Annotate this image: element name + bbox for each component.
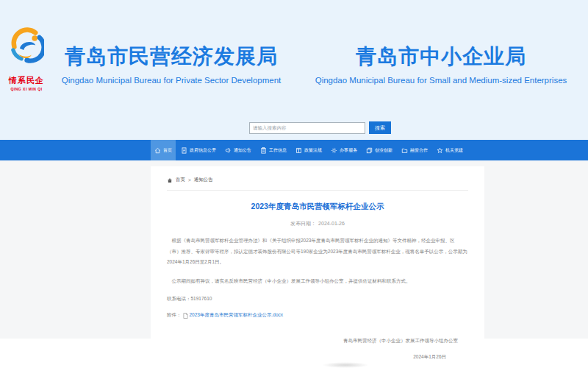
article-signature-date: 2024年1月26日 xyxy=(167,354,468,361)
logo-subtitle: QING XI MIN QI xyxy=(6,87,47,91)
megaphone-icon xyxy=(225,147,232,154)
folder-icon xyxy=(401,147,408,154)
search-input[interactable] xyxy=(249,122,365,134)
search-bar: 搜索 xyxy=(249,121,391,134)
bureau1-name-cn: 青岛市民营经济发展局 xyxy=(53,44,290,69)
nav-item-home[interactable]: 首页 xyxy=(151,140,176,160)
clipboard-icon xyxy=(260,147,267,154)
publish-date-value: 2024-01-26 xyxy=(318,221,345,226)
nav-item-financing[interactable]: 融资合作 xyxy=(398,140,431,160)
book-icon xyxy=(295,147,302,154)
article-card: 首页 > 通知公告 2023年度青岛市民营领军标杆企业公示 发布日期：2024-… xyxy=(151,166,484,368)
logo-emblem-icon xyxy=(9,26,44,74)
nav-item-gov-info[interactable]: 政府信息公开 xyxy=(177,140,220,160)
main-content-area: 首页 > 通知公告 2023年度青岛市民营领军标杆企业公示 发布日期：2024-… xyxy=(0,160,588,368)
breadcrumb-home[interactable]: 首页 xyxy=(176,177,185,183)
site-header: 情系民企 QING XI MIN QI 青岛市民营经济发展局 Qingdao M… xyxy=(0,0,588,140)
attachment-row: 附件： 2023年度青岛市民营领军标杆企业公示.docx xyxy=(167,312,468,319)
nav-item-policies[interactable]: 政策法规 xyxy=(292,140,326,160)
gear-icon xyxy=(331,147,337,154)
home-icon xyxy=(167,177,173,183)
bureau-private-sector: 青岛市民营经济发展局 Qingdao Municipal Bureau for … xyxy=(53,44,290,85)
attachment-link[interactable]: 2023年度青岛市民营领军标杆企业公示.docx xyxy=(190,312,284,319)
copy-icon xyxy=(366,147,373,154)
breadcrumb: 首页 > 通知公告 xyxy=(167,177,468,191)
home-icon xyxy=(154,147,161,154)
article-publish-date: 发布日期：2024-01-26 xyxy=(167,220,468,227)
bureau2-name-cn: 青岛市中小企业局 xyxy=(301,44,581,69)
bureau1-name-en: Qingdao Municipal Bureau for Private Sec… xyxy=(53,76,290,85)
breadcrumb-separator: > xyxy=(188,177,191,183)
attachment-label: 附件： xyxy=(167,312,182,319)
main-nav: 首页 政府信息公开 通知公告 工作信息 政策法规 办事服务 创业创新 融资合作 … xyxy=(0,140,588,160)
nav-item-services[interactable]: 办事服务 xyxy=(327,140,361,160)
site-logo: 情系民企 QING XI MIN QI xyxy=(6,26,47,91)
article-signature: 青岛市民营经济（中小企业）发展工作领导小组办公室 xyxy=(167,338,468,344)
footer-decoration xyxy=(322,362,369,368)
article-paragraph: 公示期间如有异议，请实名反映市民营经济（中小企业）发展工作领导小组办公室，并提供… xyxy=(167,276,468,287)
article-title: 2023年度青岛市民营领军标杆企业公示 xyxy=(167,202,468,212)
publish-date-label: 发布日期： xyxy=(290,221,316,226)
nav-item-notices[interactable]: 通知公告 xyxy=(221,140,255,160)
breadcrumb-current[interactable]: 通知公告 xyxy=(194,177,213,183)
nav-item-innovation[interactable]: 创业创新 xyxy=(362,140,396,160)
bureau2-name-en: Qingdao Municipal Bureau for Small and M… xyxy=(301,76,581,85)
logo-title: 情系民企 xyxy=(6,75,47,86)
nav-item-work-info[interactable]: 工作信息 xyxy=(257,140,290,160)
star-icon xyxy=(437,147,443,154)
search-button[interactable]: 搜索 xyxy=(369,121,391,134)
document-icon xyxy=(181,147,187,154)
contact-phone: 联系电话：51917610 xyxy=(167,296,468,302)
nav-item-party-building[interactable]: 机关党建 xyxy=(433,140,467,160)
file-icon xyxy=(183,313,188,319)
article-paragraph: 根据《青岛市民营领军标杆企业管理办法》和《关于组织申报2023年度青岛市民营领军… xyxy=(167,236,468,268)
bureau-sme: 青岛市中小企业局 Qingdao Municipal Bureau for Sm… xyxy=(301,44,581,85)
